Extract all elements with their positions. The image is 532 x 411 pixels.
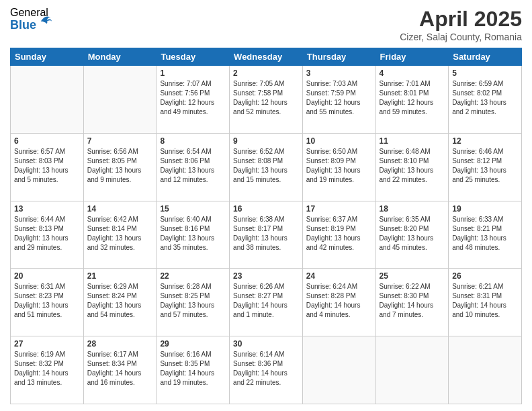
calendar-cell: 5Sunrise: 6:59 AMSunset: 8:02 PMDaylight…	[449, 66, 522, 134]
day-number: 13	[14, 204, 80, 214]
calendar-week-row: 6Sunrise: 6:57 AMSunset: 8:03 PMDaylight…	[11, 133, 522, 201]
calendar-cell: 16Sunrise: 6:38 AMSunset: 8:17 PMDayligh…	[230, 201, 303, 269]
calendar-cell: 15Sunrise: 6:40 AMSunset: 8:16 PMDayligh…	[157, 201, 230, 269]
col-saturday: Saturday	[449, 48, 522, 66]
calendar-cell: 13Sunrise: 6:44 AMSunset: 8:13 PMDayligh…	[11, 201, 84, 269]
calendar-week-row: 1Sunrise: 7:07 AMSunset: 7:56 PMDaylight…	[11, 66, 522, 134]
day-number: 6	[14, 136, 80, 146]
calendar-header-row: Sunday Monday Tuesday Wednesday Thursday…	[11, 48, 522, 66]
col-thursday: Thursday	[302, 48, 375, 66]
day-info: Sunrise: 6:54 AMSunset: 8:06 PMDaylight:…	[160, 147, 226, 185]
logo-icon	[38, 13, 53, 28]
day-info: Sunrise: 7:05 AMSunset: 7:58 PMDaylight:…	[233, 79, 299, 117]
day-number: 23	[233, 271, 299, 281]
col-monday: Monday	[83, 48, 157, 66]
calendar-week-row: 13Sunrise: 6:44 AMSunset: 8:13 PMDayligh…	[11, 201, 522, 269]
day-info: Sunrise: 6:52 AMSunset: 8:08 PMDaylight:…	[233, 147, 299, 185]
calendar-cell: 20Sunrise: 6:31 AMSunset: 8:23 PMDayligh…	[11, 269, 84, 336]
day-number: 10	[306, 136, 372, 146]
day-info: Sunrise: 7:03 AMSunset: 7:59 PMDaylight:…	[306, 79, 372, 117]
day-info: Sunrise: 6:38 AMSunset: 8:17 PMDaylight:…	[233, 215, 299, 253]
day-info: Sunrise: 6:42 AMSunset: 8:14 PMDaylight:…	[87, 215, 153, 253]
calendar-table: Sunday Monday Tuesday Wednesday Thursday…	[10, 48, 522, 404]
day-number: 8	[160, 136, 226, 146]
calendar-cell	[83, 66, 157, 134]
day-number: 28	[87, 339, 153, 349]
day-number: 15	[160, 204, 226, 214]
calendar-cell: 8Sunrise: 6:54 AMSunset: 8:06 PMDaylight…	[157, 133, 230, 201]
day-info: Sunrise: 6:26 AMSunset: 8:27 PMDaylight:…	[233, 282, 299, 320]
day-number: 19	[452, 204, 518, 214]
day-number: 9	[233, 136, 299, 146]
calendar-cell: 30Sunrise: 6:14 AMSunset: 8:36 PMDayligh…	[230, 336, 303, 404]
calendar-week-row: 20Sunrise: 6:31 AMSunset: 8:23 PMDayligh…	[11, 269, 522, 336]
calendar-cell: 1Sunrise: 7:07 AMSunset: 7:56 PMDaylight…	[157, 66, 230, 134]
day-info: Sunrise: 6:31 AMSunset: 8:23 PMDaylight:…	[14, 282, 80, 320]
calendar-cell: 14Sunrise: 6:42 AMSunset: 8:14 PMDayligh…	[83, 201, 157, 269]
day-number: 18	[380, 204, 445, 214]
day-info: Sunrise: 6:50 AMSunset: 8:09 PMDaylight:…	[306, 147, 372, 185]
calendar-cell: 17Sunrise: 6:37 AMSunset: 8:19 PMDayligh…	[302, 201, 375, 269]
day-info: Sunrise: 6:21 AMSunset: 8:31 PMDaylight:…	[452, 282, 518, 320]
col-sunday: Sunday	[11, 48, 84, 66]
day-info: Sunrise: 6:44 AMSunset: 8:13 PMDaylight:…	[14, 215, 80, 253]
day-info: Sunrise: 6:33 AMSunset: 8:21 PMDaylight:…	[452, 215, 518, 253]
day-info: Sunrise: 6:24 AMSunset: 8:28 PMDaylight:…	[306, 282, 372, 320]
calendar-cell: 4Sunrise: 7:01 AMSunset: 8:01 PMDaylight…	[375, 66, 449, 134]
calendar-cell: 3Sunrise: 7:03 AMSunset: 7:59 PMDaylight…	[302, 66, 375, 134]
logo-text: General Blue	[10, 7, 53, 32]
day-number: 24	[306, 271, 372, 281]
day-info: Sunrise: 6:46 AMSunset: 8:12 PMDaylight:…	[452, 147, 518, 185]
day-number: 4	[380, 68, 445, 78]
day-number: 16	[233, 204, 299, 214]
day-number: 29	[160, 339, 226, 349]
calendar-cell	[302, 336, 375, 404]
calendar-cell: 10Sunrise: 6:50 AMSunset: 8:09 PMDayligh…	[302, 133, 375, 201]
day-info: Sunrise: 6:19 AMSunset: 8:32 PMDaylight:…	[14, 350, 80, 387]
title-area: April 2025 Cizer, Salaj County, Romania	[400, 7, 522, 42]
col-tuesday: Tuesday	[157, 48, 230, 66]
day-number: 14	[87, 204, 153, 214]
day-number: 2	[233, 68, 299, 78]
day-number: 25	[380, 271, 445, 281]
calendar-cell: 29Sunrise: 6:16 AMSunset: 8:35 PMDayligh…	[157, 336, 230, 404]
calendar-cell: 23Sunrise: 6:26 AMSunset: 8:27 PMDayligh…	[230, 269, 303, 336]
calendar-cell	[375, 336, 449, 404]
calendar-cell	[11, 66, 84, 134]
location: Cizer, Salaj County, Romania	[400, 32, 522, 42]
calendar-cell: 19Sunrise: 6:33 AMSunset: 8:21 PMDayligh…	[449, 201, 522, 269]
logo: General Blue	[10, 7, 53, 32]
day-number: 22	[160, 271, 226, 281]
calendar-cell: 2Sunrise: 7:05 AMSunset: 7:58 PMDaylight…	[230, 66, 303, 134]
calendar-cell: 25Sunrise: 6:22 AMSunset: 8:30 PMDayligh…	[375, 269, 449, 336]
day-number: 3	[306, 68, 372, 78]
calendar-cell: 18Sunrise: 6:35 AMSunset: 8:20 PMDayligh…	[375, 201, 449, 269]
calendar-cell: 28Sunrise: 6:17 AMSunset: 8:34 PMDayligh…	[83, 336, 157, 404]
calendar-cell: 11Sunrise: 6:48 AMSunset: 8:10 PMDayligh…	[375, 133, 449, 201]
col-friday: Friday	[375, 48, 449, 66]
day-info: Sunrise: 7:07 AMSunset: 7:56 PMDaylight:…	[160, 79, 226, 117]
month-title: April 2025	[400, 7, 522, 32]
day-info: Sunrise: 6:40 AMSunset: 8:16 PMDaylight:…	[160, 215, 226, 253]
col-wednesday: Wednesday	[230, 48, 303, 66]
calendar-cell: 22Sunrise: 6:28 AMSunset: 8:25 PMDayligh…	[157, 269, 230, 336]
header: General Blue April 2025 Cizer, Salaj Cou…	[10, 7, 522, 42]
day-number: 30	[233, 339, 299, 349]
calendar-cell: 12Sunrise: 6:46 AMSunset: 8:12 PMDayligh…	[449, 133, 522, 201]
calendar-cell: 7Sunrise: 6:56 AMSunset: 8:05 PMDaylight…	[83, 133, 157, 201]
day-number: 26	[452, 271, 518, 281]
calendar-cell: 26Sunrise: 6:21 AMSunset: 8:31 PMDayligh…	[449, 269, 522, 336]
page: General Blue April 2025 Cizer, Salaj Cou…	[0, 0, 532, 411]
day-info: Sunrise: 6:28 AMSunset: 8:25 PMDaylight:…	[160, 282, 226, 320]
day-info: Sunrise: 6:56 AMSunset: 8:05 PMDaylight:…	[87, 147, 153, 185]
day-info: Sunrise: 6:35 AMSunset: 8:20 PMDaylight:…	[380, 215, 445, 253]
day-number: 27	[14, 339, 80, 349]
calendar-cell: 27Sunrise: 6:19 AMSunset: 8:32 PMDayligh…	[11, 336, 84, 404]
calendar-week-row: 27Sunrise: 6:19 AMSunset: 8:32 PMDayligh…	[11, 336, 522, 404]
day-info: Sunrise: 6:14 AMSunset: 8:36 PMDaylight:…	[233, 350, 299, 387]
day-number: 12	[452, 136, 518, 146]
day-info: Sunrise: 6:48 AMSunset: 8:10 PMDaylight:…	[380, 147, 445, 185]
day-number: 21	[87, 271, 153, 281]
day-number: 11	[380, 136, 445, 146]
calendar-cell	[449, 336, 522, 404]
